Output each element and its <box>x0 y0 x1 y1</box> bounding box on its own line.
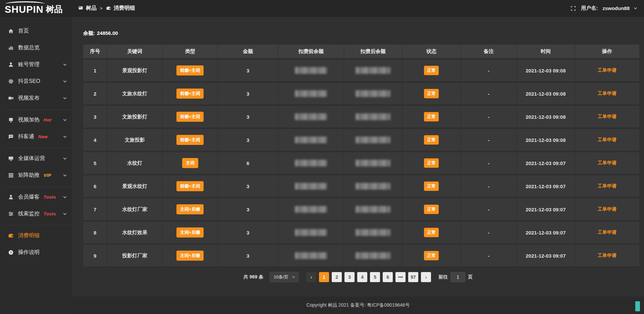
sidebar-item-tag: New <box>38 134 48 139</box>
floating-widget[interactable] <box>635 301 640 311</box>
sidebar-item-grid[interactable]: 矩阵助推VIP <box>6 167 72 184</box>
chat-bubble-icon <box>8 134 14 140</box>
row-keyword: 水纹灯厂家 <box>107 199 163 220</box>
status-badge: 正常 <box>424 89 439 98</box>
sidebar-item-wallet[interactable]: 消费明细 <box>6 227 72 244</box>
blurred-balance-after <box>356 67 390 74</box>
sidebar-group: 视频加热Hot抖客通New <box>6 109 72 148</box>
blurred-balance-after <box>356 183 390 190</box>
footer: Copyright 树品 2021 备案号: 粤ICP备09019646号 <box>72 297 644 314</box>
row-amount: 3 <box>218 175 278 197</box>
display-icon <box>8 117 14 123</box>
type-badge: 主词+后缀 <box>176 251 204 261</box>
sidebar-item-chat-bubble[interactable]: 抖客通New <box>6 128 72 145</box>
row-time: 2021-12-03 09:08 <box>517 60 575 81</box>
goto-suffix: 页 <box>468 274 473 280</box>
sidebar: 首页数据总览账号管理抖音SEO视频发布视频加热Hot抖客通New全媒体运营矩阵助… <box>0 17 72 314</box>
main-content: 余额:24856.00 序号关键词类型金额扣费前余额扣费后余额状态备注时间操作1… <box>72 17 644 314</box>
column-header: 扣费前余额 <box>278 45 344 58</box>
breadcrumb-item-home[interactable]: 树品 <box>86 5 97 12</box>
row-note: - <box>461 245 517 266</box>
row-status: 正常 <box>402 199 461 220</box>
ticket-apply-link[interactable]: 工单申请 <box>598 253 616 259</box>
app-logo[interactable]: SHUPIN 树品 <box>0 0 72 17</box>
sidebar-item-label: 矩阵助推 <box>18 172 40 179</box>
ticket-apply-link[interactable]: 工单申请 <box>598 160 616 166</box>
fullscreen-icon[interactable] <box>570 5 576 11</box>
row-type: 前缀+主词 <box>163 60 218 81</box>
ticket-apply-link[interactable]: 工单申请 <box>598 67 616 73</box>
ticket-apply-link[interactable]: 工单申请 <box>598 206 616 212</box>
blurred-balance-after <box>356 206 390 213</box>
sidebar-item-user[interactable]: 账号管理 <box>0 56 72 73</box>
column-header: 扣费后余额 <box>344 45 402 58</box>
sidebar-item-label: 数据总览 <box>18 44 40 51</box>
sidebar-item-monitor[interactable]: 全媒体运营 <box>6 150 72 167</box>
sidebar-group: 全媒体运营矩阵助推VIP <box>6 148 72 187</box>
balance-label: 余额: <box>83 30 95 36</box>
row-balance-before <box>278 245 344 266</box>
sidebar-item-tag: Tools <box>44 211 56 216</box>
row-time: 2021-12-03 09:07 <box>517 199 575 220</box>
sidebar-item-label: 抖客通 <box>18 133 34 140</box>
column-header: 状态 <box>402 45 461 58</box>
sidebar-item-gear[interactable]: 抖音SEO <box>0 73 72 90</box>
chevron-down-icon <box>63 173 67 176</box>
home-icon <box>8 28 14 34</box>
page-button-5[interactable]: 5 <box>370 272 380 282</box>
blurred-balance-before <box>295 113 327 120</box>
next-page-button[interactable]: › <box>421 272 431 282</box>
status-badge: 正常 <box>424 112 439 121</box>
ticket-apply-link[interactable]: 工单申请 <box>598 114 616 120</box>
blurred-balance-before <box>295 137 327 143</box>
sidebar-item-user[interactable]: 会员爆客Tools <box>6 189 72 205</box>
chevron-down-icon <box>63 195 67 198</box>
sidebar-item-label: 视频发布 <box>18 95 40 102</box>
sidebar-group: 消费明细?操作说明 <box>6 225 72 264</box>
page-button-6[interactable]: 6 <box>383 272 393 282</box>
blurred-balance-before <box>295 206 327 213</box>
row-keyword: 水纹灯 <box>107 152 163 174</box>
row-balance-after <box>344 175 402 197</box>
sidebar-item-home[interactable]: 首页 <box>0 22 72 39</box>
sidebar-item-bar-chart[interactable]: 数据总览 <box>0 39 72 56</box>
sidebar-item-question-circle[interactable]: ?操作说明 <box>6 244 72 261</box>
sidebar-item-tag: VIP <box>44 173 51 178</box>
page-button-1[interactable]: 1 <box>319 272 329 282</box>
sidebar-item-sliders[interactable]: 线索监控Tools <box>6 205 72 222</box>
ticket-apply-link[interactable]: 工单申请 <box>598 91 616 97</box>
table-row: 9投影灯厂家主词+后缀3正常-2021-12-03 09:07工单申请 <box>83 245 639 266</box>
goto-page-input[interactable] <box>450 272 465 282</box>
ticket-apply-link[interactable]: 工单申请 <box>598 137 616 143</box>
ticket-apply-link[interactable]: 工单申请 <box>598 229 616 235</box>
row-note: - <box>461 152 517 174</box>
wallet-icon <box>8 233 14 239</box>
pagination: 共 969 条10条/页‹123456•••97›前往页 <box>72 272 644 282</box>
row-action: 工单申请 <box>575 106 639 127</box>
row-type: 主词+后缀 <box>163 245 218 266</box>
page-ellipsis-button[interactable]: ••• <box>395 272 406 282</box>
sidebar-item-display[interactable]: 视频加热Hot <box>6 111 72 128</box>
type-badge: 主词 <box>182 158 198 168</box>
chevron-down-icon <box>63 118 67 121</box>
sidebar-item-video-camera[interactable]: 视频发布 <box>0 90 72 106</box>
row-balance-before <box>278 83 344 104</box>
ticket-apply-link[interactable]: 工单申请 <box>598 183 616 189</box>
page-button-3[interactable]: 3 <box>344 272 355 282</box>
type-badge: 主词+后缀 <box>176 204 204 214</box>
row-status: 正常 <box>402 83 461 104</box>
row-type: 主词+后缀 <box>163 199 218 220</box>
table-header-row: 序号关键词类型金额扣费前余额扣费后余额状态备注时间操作 <box>83 45 639 58</box>
username-value[interactable]: zswodun88 <box>602 5 630 11</box>
page-button-4[interactable]: 4 <box>357 272 367 282</box>
page-button-97[interactable]: 97 <box>408 272 418 282</box>
page-button-2[interactable]: 2 <box>332 272 342 282</box>
type-badge: 前缀+主词 <box>176 89 204 99</box>
row-note: - <box>461 222 517 243</box>
prev-page-button[interactable]: ‹ <box>306 272 316 282</box>
sidebar-item-label: 视频加热 <box>18 116 40 123</box>
row-balance-before <box>278 222 344 243</box>
page-size-select[interactable]: 10条/页 <box>269 272 299 282</box>
chevron-down-icon[interactable] <box>634 6 637 9</box>
row-time: 2021-12-03 09:07 <box>517 222 575 243</box>
